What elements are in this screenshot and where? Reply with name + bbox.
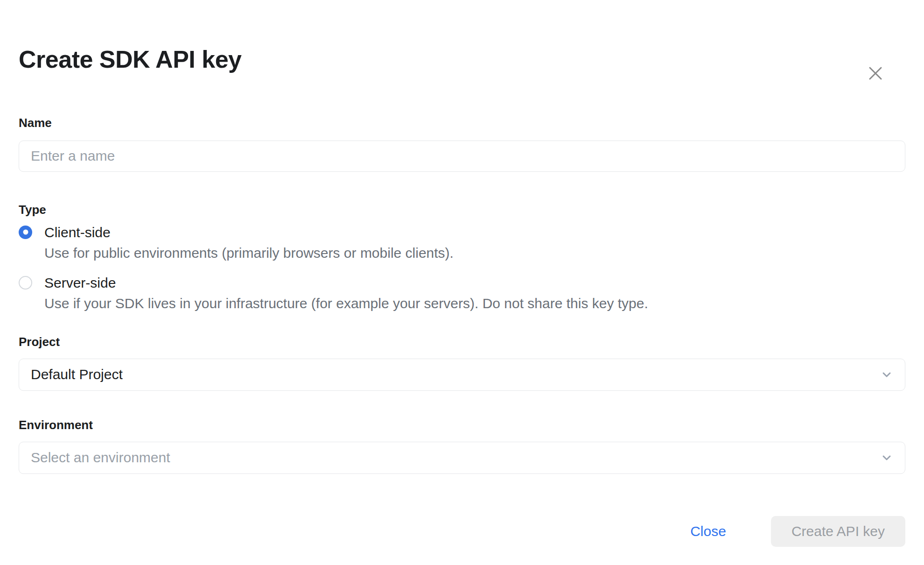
environment-field-group: Environment Select an environment (19, 418, 905, 474)
project-field-group: Project Default Project (19, 335, 905, 391)
chevron-down-icon (880, 451, 893, 464)
create-api-key-button[interactable]: Create API key (771, 516, 905, 547)
server-side-radio[interactable] (19, 276, 32, 290)
server-side-description: Use if your SDK lives in your infrastruc… (44, 295, 905, 312)
type-field-group: Type Client-side Use for public environm… (19, 203, 905, 312)
client-side-description: Use for public environments (primarily b… (44, 244, 905, 262)
close-button[interactable]: Close (690, 523, 726, 539)
environment-select-placeholder: Select an environment (31, 450, 880, 466)
create-sdk-api-key-dialog: Create SDK API key Name Type Client-side… (0, 46, 924, 565)
project-select-value: Default Project (31, 367, 880, 382)
environment-select[interactable]: Select an environment (19, 442, 905, 474)
dialog-footer: Close Create API key (19, 516, 905, 547)
client-side-radio[interactable] (19, 226, 32, 239)
name-label: Name (19, 116, 905, 130)
chevron-down-icon (880, 368, 893, 381)
client-side-option[interactable]: Client-side Use for public environments … (19, 224, 905, 262)
dialog-title: Create SDK API key (19, 46, 905, 74)
name-field-group: Name (19, 116, 905, 172)
close-icon-button[interactable] (866, 64, 885, 83)
server-side-label: Server-side (44, 274, 905, 292)
name-input[interactable] (19, 141, 905, 172)
project-select[interactable]: Default Project (19, 359, 905, 391)
close-icon (868, 65, 883, 83)
type-label: Type (19, 203, 905, 217)
client-side-label: Client-side (44, 224, 905, 241)
project-label: Project (19, 335, 905, 349)
environment-label: Environment (19, 418, 905, 432)
server-side-option[interactable]: Server-side Use if your SDK lives in you… (19, 274, 905, 312)
